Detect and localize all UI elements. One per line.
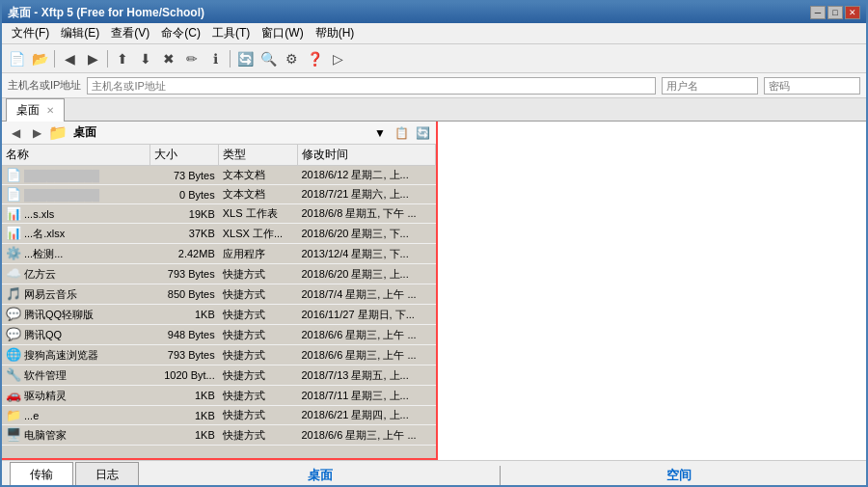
file-type-cell: 快捷方式 bbox=[219, 406, 298, 425]
file-size-cell: 2.42MB bbox=[149, 244, 219, 264]
file-icon: ☁️ bbox=[6, 266, 21, 281]
new-session-button[interactable]: 📄 bbox=[6, 48, 27, 69]
file-name: ██████████ bbox=[24, 189, 99, 201]
menu-tools[interactable]: 工具(T) bbox=[206, 23, 256, 43]
menu-command[interactable]: 命令(C) bbox=[155, 23, 206, 43]
file-icon: 🎵 bbox=[6, 286, 21, 301]
help-button[interactable]: ❓ bbox=[304, 48, 325, 69]
tab-label: 桌面 bbox=[16, 103, 40, 117]
menu-file[interactable]: 文件(F) bbox=[6, 23, 55, 43]
file-name-cell: 🔧软件管理 bbox=[2, 365, 149, 386]
log-tab[interactable]: 日志 bbox=[75, 462, 139, 487]
rename-button[interactable]: ✏ bbox=[181, 48, 203, 69]
left-nav-bar: ◀ ▶ 📁 桌面 ▼ 📋 🔄 bbox=[2, 122, 436, 145]
properties-button[interactable]: ℹ bbox=[204, 48, 226, 69]
nav-forward-button[interactable]: ▶ bbox=[27, 124, 46, 142]
username-input[interactable] bbox=[662, 77, 758, 95]
menu-bar: 文件(F) 编辑(E) 查看(V) 命令(C) 工具(T) 窗口(W) 帮助(H… bbox=[2, 23, 866, 44]
back-button[interactable]: ◀ bbox=[59, 48, 80, 69]
file-name: 软件管理 bbox=[24, 369, 67, 381]
file-date-cell: 2013/12/4 星期三, 下... bbox=[297, 244, 435, 264]
column-size[interactable]: 大小 bbox=[149, 145, 219, 166]
table-row[interactable]: 💬腾讯QQ轻聊版1KB快捷方式2016/11/27 星期日, 下... bbox=[2, 305, 436, 325]
column-date[interactable]: 修改时间 bbox=[297, 145, 435, 166]
password-input[interactable] bbox=[764, 77, 860, 95]
file-type-cell: 快捷方式 bbox=[219, 284, 298, 305]
refresh-button[interactable]: 🔄 bbox=[413, 124, 432, 142]
table-row[interactable]: 📊...s.xls19KBXLS 工作表2018/6/8 星期五, 下午 ... bbox=[2, 204, 436, 224]
table-row[interactable]: 🖥️电脑管家1KB快捷方式2018/6/6 星期三, 上午 ... bbox=[2, 425, 436, 446]
settings-button[interactable]: ⚙ bbox=[281, 48, 302, 69]
minimize-button[interactable]: ─ bbox=[810, 6, 826, 19]
file-date-cell: 2018/7/4 星期三, 上午 ... bbox=[297, 284, 435, 305]
file-size-cell: 948 Bytes bbox=[149, 325, 219, 345]
table-row[interactable]: ⚙️...检测...2.42MB应用程序2013/12/4 星期三, 下... bbox=[2, 244, 436, 264]
menu-view[interactable]: 查看(V) bbox=[105, 23, 155, 43]
file-name-cell: 🖥️电脑管家 bbox=[2, 425, 149, 446]
sync-button[interactable]: 🔄 bbox=[234, 48, 256, 69]
file-name: ...名.xlsx bbox=[24, 228, 65, 239]
file-icon: 📊 bbox=[6, 206, 21, 221]
table-row[interactable]: 🚗驱动精灵1KB快捷方式2018/7/11 星期三, 上... bbox=[2, 386, 436, 406]
transfer-tab[interactable]: 传输 bbox=[10, 462, 73, 487]
table-row[interactable]: 🌐搜狗高速浏览器793 Bytes快捷方式2018/6/6 星期三, 上午 ..… bbox=[2, 345, 436, 365]
file-type-cell: 文本文档 bbox=[219, 166, 298, 185]
menu-help[interactable]: 帮助(H) bbox=[310, 23, 361, 43]
menu-edit[interactable]: 编辑(E) bbox=[55, 23, 105, 43]
table-row[interactable]: 📊...名.xlsx37KBXLSX 工作...2018/6/20 星期三, 下… bbox=[2, 224, 436, 244]
column-type[interactable]: 类型 bbox=[219, 145, 298, 166]
file-date-cell: 2018/6/12 星期二, 上... bbox=[297, 166, 435, 185]
path-dropdown[interactable]: ▼ bbox=[374, 126, 386, 140]
file-date-cell: 2018/6/6 星期三, 上午 ... bbox=[297, 345, 435, 365]
file-size-cell: 0 Bytes bbox=[149, 185, 219, 204]
table-row[interactable]: 🎵网易云音乐850 Bytes快捷方式2018/7/4 星期三, 上午 ... bbox=[2, 284, 436, 305]
download-button[interactable]: ⬇ bbox=[135, 48, 156, 69]
file-icon: 💬 bbox=[6, 327, 21, 341]
file-icon: ⚙️ bbox=[6, 246, 21, 260]
file-table-body: 📄██████████73 Bytes文本文档2018/6/12 星期二, 上.… bbox=[2, 166, 436, 446]
host-input[interactable] bbox=[87, 77, 656, 95]
toolbar-separator-3 bbox=[230, 50, 231, 68]
delete-button[interactable]: ✖ bbox=[158, 48, 179, 69]
table-header-row: 名称 大小 类型 修改时间 bbox=[2, 145, 436, 166]
address-bar: 主机名或IP地址 bbox=[2, 73, 866, 98]
upload-button[interactable]: ⬆ bbox=[112, 48, 133, 69]
extra-button[interactable]: ▷ bbox=[327, 48, 348, 69]
file-date-cell: 2018/7/21 星期六, 上... bbox=[297, 185, 435, 204]
file-type-cell: 快捷方式 bbox=[219, 305, 298, 325]
refresh-icons[interactable]: 📋 bbox=[392, 124, 411, 142]
tab-close-icon[interactable]: ✕ bbox=[46, 105, 54, 116]
file-size-cell: 19KB bbox=[149, 204, 219, 224]
window-controls: ─ □ ✕ bbox=[810, 6, 860, 19]
file-name: ...e bbox=[24, 410, 39, 421]
table-row[interactable]: ☁️亿方云793 Bytes快捷方式2018/6/20 星期三, 上... bbox=[2, 264, 436, 284]
file-table: 名称 大小 类型 修改时间 📄██████████73 Bytes文本文档201… bbox=[2, 145, 436, 446]
table-row[interactable]: 📄██████████0 Bytes文本文档2018/7/21 星期六, 上..… bbox=[2, 185, 436, 204]
file-size-cell: 1020 Byt... bbox=[149, 365, 219, 386]
file-icon: 📊 bbox=[6, 226, 21, 240]
address-label: 主机名或IP地址 bbox=[8, 78, 81, 93]
nav-back-button[interactable]: ◀ bbox=[6, 124, 25, 142]
file-name-cell: 📊...s.xls bbox=[2, 204, 149, 224]
open-button[interactable]: 📂 bbox=[29, 48, 50, 69]
tab-area: 桌面 ✕ bbox=[2, 98, 866, 122]
file-icon: 🔧 bbox=[6, 367, 21, 382]
close-button[interactable]: ✕ bbox=[845, 6, 860, 19]
menu-window[interactable]: 窗口(W) bbox=[256, 23, 309, 43]
file-name: 搜狗高速浏览器 bbox=[24, 349, 98, 361]
column-name[interactable]: 名称 bbox=[2, 145, 149, 166]
file-name: 驱动精灵 bbox=[24, 390, 67, 401]
table-row[interactable]: 🔧软件管理1020 Byt...快捷方式2018/7/13 星期五, 上... bbox=[2, 365, 436, 386]
table-row[interactable]: 💬腾讯QQ948 Bytes快捷方式2018/6/6 星期三, 上午 ... bbox=[2, 325, 436, 345]
file-date-cell: 2018/6/8 星期五, 下午 ... bbox=[297, 204, 435, 224]
filter-button[interactable]: 🔍 bbox=[258, 48, 279, 69]
table-row[interactable]: 📄██████████73 Bytes文本文档2018/6/12 星期二, 上.… bbox=[2, 166, 436, 185]
file-icon: 📁 bbox=[6, 408, 21, 422]
tab-desktop[interactable]: 桌面 ✕ bbox=[6, 98, 65, 122]
table-row[interactable]: 📁...e1KB快捷方式2018/6/21 星期四, 上... bbox=[2, 406, 436, 425]
maximize-button[interactable]: □ bbox=[827, 6, 843, 19]
file-date-cell: 2018/7/13 星期五, 上... bbox=[297, 365, 435, 386]
file-date-cell: 2018/6/6 星期三, 上午 ... bbox=[297, 425, 435, 446]
file-name: 网易云音乐 bbox=[24, 288, 77, 300]
forward-button[interactable]: ▶ bbox=[82, 48, 103, 69]
